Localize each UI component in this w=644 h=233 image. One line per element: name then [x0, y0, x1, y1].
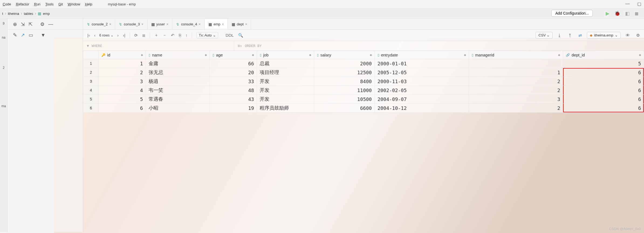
cell-dept_id[interactable]: 6	[563, 77, 644, 86]
cell-entrydate[interactable]: 2005-12-05	[375, 68, 469, 77]
tab-console_3[interactable]: ↯console_3×	[115, 19, 147, 29]
column-header-dept_id[interactable]: 🔗dept_id◆	[563, 51, 644, 59]
sort-toggle-icon[interactable]: ◆	[252, 53, 254, 57]
cell-entrydate[interactable]: 2004-10-12	[375, 104, 469, 113]
stop-icon[interactable]: ◼	[141, 32, 147, 39]
upload-icon[interactable]: ⭱	[566, 32, 574, 39]
cell-name[interactable]: 张无忌	[146, 68, 210, 77]
close-icon[interactable]: ×	[142, 22, 143, 26]
sync-icon[interactable]: ⇄	[577, 32, 584, 39]
menu-item-run[interactable]: Run	[34, 2, 40, 6]
table-row[interactable]: 11金庸66总裁20002000-01-015	[83, 59, 644, 68]
column-header-name[interactable]: ▯name◆	[146, 51, 210, 59]
tx-mode-select[interactable]: Tx: Auto ⌄	[196, 32, 218, 38]
cell-job[interactable]: 开发	[257, 77, 314, 86]
cell-name[interactable]: 杨逍	[146, 77, 210, 86]
cell-job[interactable]: 开发	[257, 95, 314, 104]
cell-salary[interactable]: 12500	[314, 68, 375, 77]
cell-managerid[interactable]: 2	[469, 77, 563, 86]
cell-managerid[interactable]: 3	[469, 95, 563, 104]
prev-page-icon[interactable]: ‹	[93, 32, 97, 39]
cell-dept_id[interactable]: 6	[563, 68, 644, 77]
tab-console_4[interactable]: ↯console_4×	[172, 19, 204, 29]
cell-dept_id[interactable]: 6	[563, 95, 644, 104]
run-icon[interactable]: ▶	[606, 11, 609, 16]
cell-id[interactable]: 5	[99, 95, 146, 104]
cell-job[interactable]: 程序员鼓励师	[257, 104, 314, 113]
datasource-select[interactable]: ◆ itheima.emp ⌄	[587, 32, 621, 39]
cell-dept_id[interactable]: 5	[563, 59, 644, 68]
close-icon[interactable]: ×	[199, 22, 201, 26]
sort-toggle-icon[interactable]: ◆	[558, 53, 560, 57]
close-icon[interactable]: ×	[166, 22, 168, 26]
orderby-filter-input[interactable]: ≣↕ ORDER BY	[234, 41, 644, 50]
menu-item-tools[interactable]: Tools	[45, 2, 53, 6]
cell-id[interactable]: 4	[99, 86, 146, 95]
cell-entrydate[interactable]: 2000-01-01	[375, 59, 469, 68]
eye-icon[interactable]: 👁	[624, 32, 631, 39]
cell-id[interactable]: 2	[99, 68, 146, 77]
ddl-button[interactable]: DDL	[224, 32, 235, 39]
download-icon[interactable]: ⭳	[556, 32, 563, 39]
where-filter-input[interactable]: ▼ WHERE	[83, 41, 234, 50]
cell-salary[interactable]: 6600	[314, 104, 375, 113]
column-header-entrydate[interactable]: ▯entrydate◆	[375, 51, 469, 59]
table-row[interactable]: 33杨逍33开发84002000-11-0326	[83, 77, 644, 86]
column-header-managerid[interactable]: ▯managerid◆	[469, 51, 563, 59]
cell-entrydate[interactable]: 2000-11-03	[375, 77, 469, 86]
sort-toggle-icon[interactable]: ◆	[464, 53, 466, 57]
tab-emp[interactable]: ▦emp×	[205, 19, 228, 29]
menu-item-code[interactable]: Code	[3, 2, 11, 6]
debug-icon[interactable]: 🐞	[614, 11, 620, 16]
column-header-age[interactable]: ▯age◆	[210, 51, 257, 59]
cell-name[interactable]: 韦一笑	[146, 86, 210, 95]
column-header-salary[interactable]: ▯salary◆	[314, 51, 375, 59]
menu-item-help[interactable]: Help	[85, 2, 92, 6]
breadcrumb-root[interactable]: t	[2, 12, 3, 16]
cell-job[interactable]: 项目经理	[257, 68, 314, 77]
minimize-icon[interactable]: —	[625, 1, 630, 6]
cell-entrydate[interactable]: 2002-02-05	[375, 86, 469, 95]
sql-icon[interactable]: ▭	[29, 32, 33, 38]
remove-row-icon[interactable]: －	[161, 32, 168, 39]
cell-name[interactable]: 小昭	[146, 104, 210, 113]
tab-dept[interactable]: ▦dept×	[228, 19, 251, 29]
cell-salary[interactable]: 11000	[314, 86, 375, 95]
cell-salary[interactable]: 8400	[314, 77, 375, 86]
menu-item-window[interactable]: Window	[68, 2, 80, 6]
minus-icon[interactable]: —	[48, 21, 53, 27]
breadcrumb-db[interactable]: itheima	[8, 12, 19, 16]
cell-name[interactable]: 金庸	[146, 59, 210, 68]
export-format-select[interactable]: CSV ⌄	[536, 32, 553, 39]
cell-dept_id[interactable]: 6	[563, 104, 644, 113]
cell-id[interactable]: 3	[99, 77, 146, 86]
edit-icon[interactable]: ✎	[13, 32, 17, 38]
last-page-icon[interactable]: ›|	[121, 32, 127, 39]
cell-managerid[interactable]	[469, 59, 563, 68]
table-row[interactable]: 66小昭19程序员鼓励师66002004-10-1226	[83, 104, 644, 113]
cell-age[interactable]: 20	[210, 68, 257, 77]
cell-entrydate[interactable]: 2004-09-07	[375, 95, 469, 104]
cell-managerid[interactable]: 2	[469, 104, 563, 113]
reload-icon[interactable]: ⟳	[133, 32, 139, 39]
close-icon[interactable]: ×	[245, 22, 247, 26]
breadcrumb-folder[interactable]: tables	[24, 12, 33, 16]
cell-job[interactable]: 总裁	[257, 59, 314, 68]
sort-toggle-icon[interactable]: ◆	[370, 53, 372, 57]
maximize-icon[interactable]: ▢	[637, 1, 641, 6]
run-with-coverage-icon[interactable]: ◧	[625, 11, 630, 16]
cell-age[interactable]: 48	[210, 86, 257, 95]
cell-managerid[interactable]: 2	[469, 86, 563, 95]
cell-dept_id[interactable]: 6	[563, 86, 644, 95]
cell-age[interactable]: 19	[210, 104, 257, 113]
cell-age[interactable]: 43	[210, 95, 257, 104]
expand-icon[interactable]: ⇲	[21, 21, 25, 27]
sort-toggle-icon[interactable]: ◆	[309, 53, 311, 57]
cell-age[interactable]: 66	[210, 59, 257, 68]
table-row[interactable]: 44韦一笑48开发110002002-02-0526	[83, 86, 644, 95]
tab-yuser[interactable]: ▦yuser×	[148, 19, 173, 29]
cell-name[interactable]: 常遇春	[146, 95, 210, 104]
data-grid[interactable]: 🔑id◆▯name◆▯age◆▯job◆▯salary◆▯entrydate◆▯…	[83, 51, 644, 113]
menu-item-git[interactable]: Git	[58, 2, 63, 6]
cell-id[interactable]: 1	[99, 59, 146, 68]
